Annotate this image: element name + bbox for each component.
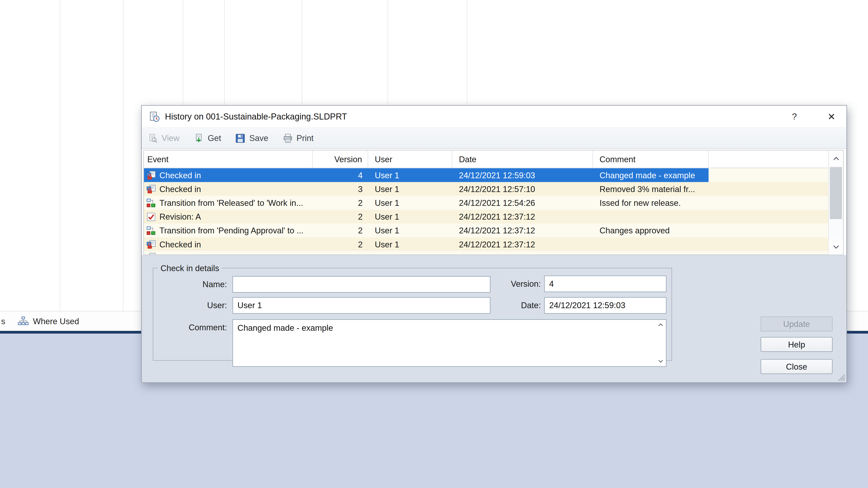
view-button-label: View <box>162 133 180 143</box>
table-body: Checked in 4 User 1 24/12/2021 12:59:03 … <box>144 168 828 254</box>
tab-fragment[interactable]: s <box>1 317 5 326</box>
table-row[interactable]: Checked in 3 User 1 24/12/2021 12:57:10 … <box>144 182 828 196</box>
update-button[interactable]: Update <box>761 317 833 331</box>
list-scrollbar[interactable] <box>828 151 843 254</box>
table-row[interactable]: Transition from 'Pending Approval' to ..… <box>144 223 828 237</box>
user-cell: User 1 <box>368 237 452 251</box>
close-icon[interactable]: ✕ <box>818 106 845 128</box>
resize-grip[interactable] <box>838 374 845 381</box>
comment-cell: Issed for new release. <box>593 196 709 210</box>
background-column-line <box>123 0 123 311</box>
view-button[interactable]: View <box>148 133 180 143</box>
header-version[interactable]: Version <box>313 151 368 168</box>
event-cell: Transition from 'Pending Approval' to ..… <box>159 226 304 235</box>
user-cell: User 1 <box>368 196 452 210</box>
table-row[interactable]: Checked in 4 User 1 24/12/2021 12:59:03 … <box>144 168 828 182</box>
header-comment[interactable]: Comment <box>593 151 709 168</box>
print-button[interactable]: Print <box>283 133 314 143</box>
background-column-line <box>388 0 388 105</box>
date-cell: 24/12/2021 12:37:12 <box>452 237 593 251</box>
user-cell: User 1 <box>368 182 452 196</box>
save-button-label: Save <box>249 133 268 143</box>
dialog-titlebar[interactable]: History on 001-Sustainable-Packaging.SLD… <box>142 106 846 128</box>
header-date[interactable]: Date <box>452 151 593 168</box>
user-cell: User 1 <box>368 168 452 182</box>
checked-in-icon <box>147 171 156 180</box>
revision-icon <box>147 212 156 221</box>
scroll-thumb[interactable] <box>830 167 842 219</box>
event-cell: Checked in <box>159 239 201 249</box>
user-cell: User 1 <box>368 210 452 223</box>
where-used-icon <box>18 316 29 326</box>
date-field[interactable]: 24/12/2021 12:59:03 <box>544 297 666 314</box>
dialog-title: History on 001-Sustainable-Packaging.SLD… <box>165 111 347 121</box>
version-field[interactable]: 4 <box>544 275 666 292</box>
comment-scroll-up-icon[interactable] <box>656 322 664 328</box>
date-cell: 24/12/2021 12:54:26 <box>452 196 593 210</box>
save-icon <box>236 133 246 143</box>
comment-cell: Changes approved <box>593 223 709 237</box>
event-cell: Revision: A <box>159 212 201 221</box>
checked-in-icon <box>147 240 156 249</box>
name-field[interactable] <box>232 276 491 293</box>
chevron-down-icon <box>658 360 663 363</box>
history-icon <box>149 111 160 122</box>
desktop: s Where Used History on 001-Sustainable-… <box>0 0 868 488</box>
background-column-line <box>467 0 467 105</box>
table-row-partial[interactable] <box>144 251 828 255</box>
chevron-up-icon <box>833 156 839 160</box>
comment-label: Comment: <box>153 322 227 334</box>
user-field[interactable]: User 1 <box>232 297 491 314</box>
group-legend: Check in details <box>158 263 222 273</box>
background-column-line <box>183 0 183 105</box>
table-row[interactable]: Transition from 'Released' to 'Work in..… <box>144 196 828 210</box>
table-row[interactable]: Checked in 2 User 1 24/12/2021 12:37:12 <box>144 237 828 251</box>
history-table: Event Version User Date Comment Checked … <box>143 150 844 255</box>
user-label: User: <box>153 297 227 314</box>
version-cell: 4 <box>313 168 368 182</box>
scroll-track[interactable] <box>829 166 843 239</box>
table-row[interactable]: Revision: A 2 User 1 24/12/2021 12:37:12 <box>144 210 828 223</box>
tab-where-used[interactable]: Where Used <box>18 316 79 326</box>
save-button[interactable]: Save <box>236 133 268 143</box>
event-cell: Checked in <box>159 184 201 194</box>
comment-cell <box>593 237 709 251</box>
dialog-toolbar: View Get Save Print <box>142 128 846 149</box>
comment-scroll-down-icon[interactable] <box>656 358 664 364</box>
close-button[interactable]: Close <box>761 359 833 374</box>
header-user[interactable]: User <box>368 151 452 168</box>
date-cell: 24/12/2021 12:37:12 <box>452 223 593 237</box>
tab-where-used-label: Where Used <box>33 317 79 326</box>
table-header: Event Version User Date Comment <box>144 151 828 168</box>
comment-field[interactable]: Changed made - example <box>232 319 666 367</box>
date-cell: 24/12/2021 12:37:12 <box>452 210 593 223</box>
comment-cell: Changed made - example <box>593 168 709 182</box>
help-titlebar-button[interactable]: ? <box>783 106 806 128</box>
check-in-details-group: Check in details Name: Version: 4 User: … <box>153 268 672 361</box>
header-event[interactable]: Event <box>144 151 313 168</box>
comment-cell <box>593 210 709 223</box>
version-cell: 3 <box>313 182 368 196</box>
version-cell: 2 <box>313 210 368 223</box>
chevron-up-icon <box>658 323 663 326</box>
transition-icon <box>147 198 156 207</box>
transition-icon <box>147 226 156 235</box>
help-button[interactable]: Help <box>761 337 833 352</box>
checked-in-icon <box>147 253 156 254</box>
get-button-label: Get <box>208 133 221 143</box>
view-icon <box>148 133 158 143</box>
print-icon <box>283 133 293 143</box>
get-button[interactable]: Get <box>194 133 221 143</box>
print-button-label: Print <box>297 133 314 143</box>
comment-cell: Removed 3% material fr... <box>593 182 709 196</box>
version-cell: 2 <box>313 237 368 251</box>
scroll-down-button[interactable] <box>829 239 843 255</box>
version-label: Version: <box>463 275 541 292</box>
event-cell: Checked in <box>159 170 201 180</box>
history-dialog: History on 001-Sustainable-Packaging.SLD… <box>141 105 847 383</box>
user-cell: User 1 <box>368 223 452 237</box>
version-cell: 2 <box>313 196 368 210</box>
background-column-line <box>302 0 302 105</box>
date-label: Date: <box>463 297 541 314</box>
scroll-up-button[interactable] <box>829 151 843 166</box>
